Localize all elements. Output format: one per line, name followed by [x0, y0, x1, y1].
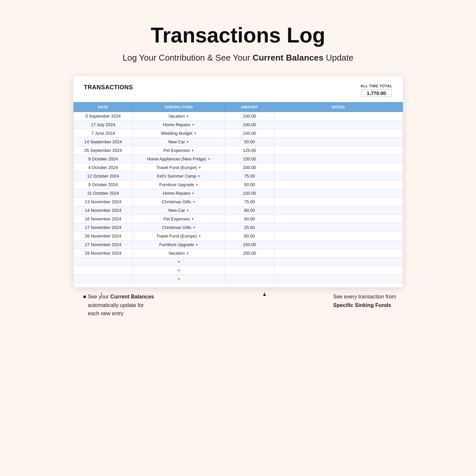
cell-amount: 100.00 [225, 189, 274, 198]
cell-date: 17 July 2024 [73, 121, 133, 129]
table-row: ▼ [73, 266, 403, 275]
transactions-table-container: DATE SINKING FUND AMOUNT NOTES 5 Septemb… [73, 102, 403, 283]
cell-notes [274, 112, 403, 121]
cell-notes [274, 189, 403, 198]
cell-fund: Home Repairs▼ [133, 121, 225, 129]
table-row: 7 June 2024Wedding Budget▼100.00 [73, 129, 403, 138]
cell-date: 13 November 2024 [73, 198, 133, 206]
table-row: 14 September 2024New Car▼50.00 [73, 138, 403, 146]
cell-date: 5 September 2024 [73, 112, 133, 121]
table-row: 31 October 2024Home Repairs▼100.00 [73, 189, 403, 198]
table-row: 28 November 2024Vacation▼250.00 [73, 249, 403, 258]
table-row: ▼ [73, 275, 403, 283]
bottom-annotations: See your Current Balances automatically … [73, 293, 403, 318]
cell-notes [274, 258, 403, 266]
page-subtitle: Log Your Contribution & See Your Current… [123, 53, 353, 63]
cell-amount: 75.00 [225, 172, 274, 181]
cell-date: 12 October 2024 [73, 172, 133, 181]
table-row: 27 November 2024Furniture Upgrade▼150.00 [73, 240, 403, 249]
cell-fund: Christmas Gifts▼ [133, 223, 225, 232]
cell-fund: Vacation▼ [133, 249, 225, 258]
page-title: Transactions Log [151, 23, 325, 47]
cell-fund: Home Repairs▼ [133, 189, 225, 198]
cell-amount: 150.00 [225, 240, 274, 249]
cell-notes [274, 129, 403, 138]
cell-amount: 100.00 [225, 129, 274, 138]
cell-amount [225, 258, 274, 266]
cell-date: 9 October 2024 [73, 181, 133, 189]
cell-amount: 80.00 [225, 206, 274, 215]
cell-fund: New Car▼ [133, 138, 225, 146]
cell-amount [225, 275, 274, 283]
table-header-row: DATE SINKING FUND AMOUNT NOTES [73, 102, 403, 112]
bottom-area: See your Current Balances automatically … [73, 293, 403, 318]
col-header-amount: AMOUNT [225, 102, 274, 112]
cell-date: 4 October 2024 [73, 163, 133, 172]
table-row: ▼ [73, 258, 403, 266]
cell-amount: 150.00 [225, 155, 274, 163]
cell-notes [274, 155, 403, 163]
cell-notes [274, 172, 403, 181]
cell-notes [274, 232, 403, 240]
cell-date: 14 November 2024 [73, 206, 133, 215]
cell-fund: Pet Expenses▼ [133, 215, 225, 223]
cell-notes [274, 138, 403, 146]
cell-fund: Furniture Upgrade▼ [133, 240, 225, 249]
cell-fund: Furniture Upgrade▼ [133, 181, 225, 189]
cell-notes [274, 215, 403, 223]
cell-amount: 100.00 [225, 112, 274, 121]
cell-notes [274, 206, 403, 215]
cell-fund: Christmas Gifts▼ [133, 198, 225, 206]
cell-amount: 75.00 [225, 198, 274, 206]
cell-date [73, 266, 133, 275]
cell-amount: 125.00 [225, 146, 274, 155]
cell-notes [274, 240, 403, 249]
cell-notes [274, 223, 403, 232]
table-row: 16 November 2024Pet Expenses▼60.00 [73, 215, 403, 223]
cell-amount: 250.00 [225, 249, 274, 258]
cell-amount: 60.00 [225, 215, 274, 223]
spreadsheet-card: TRANSACTIONS ALL TIME TOTAL 1,770.00 DAT… [73, 76, 403, 287]
cell-amount: 50.00 [225, 181, 274, 189]
cell-date [73, 275, 133, 283]
cell-amount: 50.00 [225, 138, 274, 146]
all-time-total-value: 1,770.00 [361, 89, 391, 97]
cell-date: 26 November 2024 [73, 232, 133, 240]
cell-amount [225, 266, 274, 275]
table-row: 17 November 2024Christmas Gifts▼25.00 [73, 223, 403, 232]
table-row: 9 October 2024Furniture Upgrade▼50.00 [73, 181, 403, 189]
table-row: 9 October 2024Home Appliances (New Fridg… [73, 155, 403, 163]
annotation-right: See every transaction fromSpecific Sinki… [333, 293, 396, 318]
cell-date: 7 June 2024 [73, 129, 133, 138]
col-header-date: DATE [73, 102, 133, 112]
page-container: Transactions Log Log Your Contribution &… [73, 13, 403, 318]
all-time-total-heading: ALL TIME TOTAL [360, 84, 392, 88]
cell-date: 14 September 2024 [73, 138, 133, 146]
table-row: 25 September 2024Pet Expenses▼125.00 [73, 146, 403, 155]
cell-notes [274, 146, 403, 155]
table-row: 4 October 2024Travel Fund (Europe)▼200.0… [73, 163, 403, 172]
cell-amount: 100.00 [225, 121, 274, 129]
annotation-left: See your Current Balances automatically … [83, 293, 154, 318]
cell-fund: Home Appliances (New Fridge)▼ [133, 155, 225, 163]
cell-date [73, 258, 133, 266]
cell-date: 27 November 2024 [73, 240, 133, 249]
cell-amount: 25.00 [225, 223, 274, 232]
cell-date: 17 November 2024 [73, 223, 133, 232]
cell-fund: ▼ [133, 275, 225, 283]
cell-fund: Pet Expenses▼ [133, 146, 225, 155]
cell-amount: 80.00 [225, 232, 274, 240]
cell-amount: 200.00 [225, 163, 274, 172]
cell-date: 9 October 2024 [73, 155, 133, 163]
all-time-total-block: ALL TIME TOTAL 1,770.00 [360, 84, 392, 97]
cell-date: 25 September 2024 [73, 146, 133, 155]
cell-notes [274, 198, 403, 206]
table-row: 13 November 2024Christmas Gifts▼75.00 [73, 198, 403, 206]
cell-fund: Travel Fund (Europe)▼ [133, 232, 225, 240]
table-row: 14 November 2024New Car▼80.00 [73, 206, 403, 215]
table-row: 26 November 2024Travel Fund (Europe)▼80.… [73, 232, 403, 240]
cell-fund: Travel Fund (Europe)▼ [133, 163, 225, 172]
col-header-notes: NOTES [274, 102, 403, 112]
col-header-fund: SINKING FUND [133, 102, 225, 112]
table-row: 5 September 2024Vacation▼100.00 [73, 112, 403, 121]
